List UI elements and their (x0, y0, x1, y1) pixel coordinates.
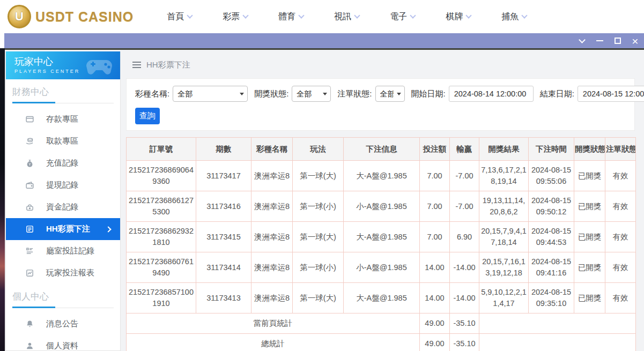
sidebar-item-withdraw-zone[interactable]: 取款專區 (6, 130, 120, 152)
nav-item-video[interactable]: 視訊 (334, 11, 359, 23)
lottery-name-label: 彩種名稱: (135, 89, 169, 99)
window-close-button[interactable]: × (626, 33, 644, 48)
section-title-finance: 財務中心 (12, 86, 114, 98)
page-summary-row: 當前頁統計 49.00 -35.10 (127, 313, 636, 334)
bet-records-table: 訂單號 期數 彩種名稱 玩法 下注信息 投注額 輸贏 開獎結果 下注時間 開獎狀… (126, 137, 636, 351)
top-bar: U USDT CASINO 首頁 彩票 體育 視訊 電子 棋牌 捕魚 (0, 0, 644, 33)
sidebar-item-announcements[interactable]: 消息公告 (6, 313, 120, 335)
cell: 小-A盤@1.985 (344, 252, 420, 283)
summary-winloss-total: -35.10 (450, 313, 479, 334)
table-row: 2152172368571001910 31173413 澳洲幸运8 第一球(大… (127, 283, 636, 313)
lottery-name-select[interactable]: 全部 (173, 86, 248, 102)
cell: 20,15,7,9,4,17,18,14 (479, 222, 529, 252)
cell: 有效 (605, 191, 636, 222)
cell: 2024-08-15 09:50:12 (529, 191, 574, 222)
lottery-select-wrapper: 全部 (173, 86, 248, 102)
sidebar-item-player-bet-report[interactable]: 玩家投注報表 (6, 262, 120, 284)
col-header-period: 期數 (196, 138, 251, 161)
cell: 2024-08-15 09:35:10 (529, 283, 574, 313)
summary-bet-total: 49.00 (420, 334, 450, 351)
sidebar-item-funds-records[interactable]: 資金記錄 (6, 196, 120, 218)
start-date-label: 開始日期: (411, 89, 446, 99)
maximize-icon (615, 38, 621, 44)
draw-status-select-wrapper: 全部 (292, 86, 331, 102)
end-date-label: 結束日期: (540, 89, 574, 99)
nav-item-lottery[interactable]: 彩票 (223, 11, 248, 23)
table-row: 2152172368607619490 31173414 澳洲幸运8 第一球(小… (127, 252, 636, 283)
sidebar-item-deposit-zone[interactable]: 存款專區 (6, 108, 120, 130)
cell: 大-A盤@1.985 (344, 161, 420, 191)
page-title: HH彩票下注 (146, 60, 190, 70)
summary-label: 總統計 (127, 334, 420, 351)
brand-logo[interactable]: U USDT CASINO (8, 5, 134, 28)
hamburger-menu-icon[interactable] (132, 62, 141, 68)
records-icon (25, 247, 34, 256)
nav-item-fishing[interactable]: 捕魚 (501, 11, 527, 23)
cell: 2024-08-15 09:44:53 (529, 222, 574, 252)
cell: 第一球(大) (293, 161, 344, 191)
report-icon (25, 268, 34, 278)
cell: 7.00 (420, 161, 450, 191)
summary-empty (479, 334, 636, 351)
cell: 澳洲幸运8 (251, 191, 293, 222)
table-row: 2152172368661275300 31173416 澳洲幸运8 第一球(小… (127, 191, 636, 222)
col-header-order-no: 訂單號 (127, 138, 196, 161)
sidebar-item-recharge-records[interactable]: 充值記錄 (6, 152, 120, 174)
summary-empty (479, 313, 636, 334)
cell: 2024-08-15 09:55:06 (529, 161, 574, 191)
top-navigation: 首頁 彩票 體育 視訊 電子 棋牌 捕魚 (167, 11, 527, 23)
sidebar-item-hh-lottery-bets[interactable]: HH彩票下注 (6, 218, 120, 240)
window-minimize-button[interactable] (591, 33, 609, 48)
sidebar-item-room-bet-records[interactable]: 廳室投註記錄 (6, 240, 120, 262)
col-header-bet-info: 下注信息 (344, 138, 420, 161)
chevron-down-icon (243, 12, 249, 18)
cell: 31173416 (196, 191, 251, 222)
cell: 2152172368629321810 (127, 222, 196, 252)
cell: -14.00 (450, 252, 479, 283)
section-title-personal: 個人中心 (12, 290, 114, 303)
cell: 7.00 (420, 191, 450, 222)
col-header-bet-amount: 投注額 (420, 138, 450, 161)
sidebar-item-withdrawal-records[interactable]: 提現記錄 (6, 174, 120, 196)
bell-icon (25, 319, 34, 329)
chevron-down-icon (410, 12, 416, 18)
order-status-select[interactable]: 全部 (375, 86, 405, 102)
window-maximize-button[interactable] (609, 33, 626, 48)
draw-status-select[interactable]: 全部 (292, 86, 331, 102)
window-collapse-button[interactable] (573, 33, 591, 48)
wallet-icon (25, 181, 34, 190)
main-content: HH彩票下注 彩種名稱: 全部 開獎狀態: 全部 注單狀態: (126, 51, 635, 351)
end-date-input[interactable] (578, 86, 644, 102)
nav-item-home[interactable]: 首頁 (167, 11, 192, 23)
cell: 大-A盤@1.985 (344, 283, 420, 313)
cell: 7,13,6,17,2,18,19,14 (479, 161, 529, 191)
cell: -14.00 (450, 283, 479, 313)
cell: 第一球(小) (293, 252, 344, 283)
cell: 14.00 (420, 252, 450, 283)
section-divider (12, 102, 114, 103)
cell: 第一球(大) (293, 283, 344, 313)
nav-item-chess[interactable]: 棋牌 (446, 11, 471, 23)
cell: 澳洲幸运8 (251, 222, 293, 252)
cell: 14.00 (420, 283, 450, 313)
start-date-input[interactable] (449, 86, 534, 102)
summary-winloss-total: -35.10 (450, 334, 479, 351)
cell: 2152172368661275300 (127, 191, 196, 222)
chevron-right-icon (105, 226, 111, 232)
sidebar-item-profile[interactable]: 個人資料 (6, 335, 120, 351)
sidebar: 玩家中心 PLAYERS CENTER 財務中心 存款專區 取款專區 充值記錄 (5, 51, 121, 351)
col-header-win-loss: 輸贏 (450, 138, 479, 161)
cell: -7.00 (450, 161, 479, 191)
cell: 6.90 (450, 222, 479, 252)
summary-label: 當前頁統計 (127, 313, 420, 334)
nav-item-sports[interactable]: 體育 (278, 11, 304, 23)
coin-logo-icon: U (8, 5, 31, 28)
order-status-label: 注單狀態: (337, 89, 372, 99)
cell: 已開獎 (574, 252, 605, 283)
cell: 2152172368690649360 (127, 161, 196, 191)
search-button[interactable]: 查詢 (135, 108, 160, 124)
grand-summary-row: 總統計 49.00 -35.10 (127, 334, 636, 351)
cell: 2152172368571001910 (127, 283, 196, 313)
nav-item-electronic[interactable]: 電子 (390, 11, 415, 23)
cell: 有效 (605, 161, 636, 191)
